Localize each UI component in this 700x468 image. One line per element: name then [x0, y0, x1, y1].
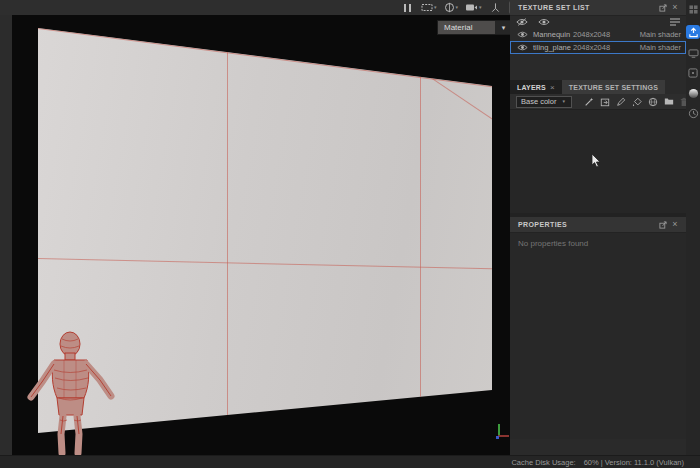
- texture-set-list-toolbar: [510, 16, 686, 28]
- layers-toolbar: Base color ▾: [510, 94, 686, 109]
- tab-layers[interactable]: LAYERS ×: [510, 80, 562, 94]
- properties-title: PROPERTIES: [518, 221, 657, 228]
- add-folder-icon[interactable]: [664, 97, 674, 106]
- status-bar: Cache Disk Usage: 60% | Version: 11.1.0 …: [0, 455, 700, 468]
- add-effect-wand-icon[interactable]: [584, 97, 594, 107]
- shader-ball-icon[interactable]: [687, 87, 699, 99]
- x-axis-line: [498, 435, 509, 437]
- add-fill-layer-icon[interactable]: [600, 97, 610, 107]
- show-all-eye-icon[interactable]: [538, 18, 550, 26]
- tab-texture-set-settings[interactable]: TEXTURE SET SETTINGS: [562, 80, 665, 94]
- texture-set-row-tiling-plane[interactable]: tiling_plane 2048x2048 Main shader: [510, 41, 686, 54]
- chevron-down-icon: ▾: [479, 5, 482, 10]
- grid-icon[interactable]: [687, 3, 699, 15]
- texture-set-shader: Main shader: [625, 43, 681, 52]
- undock-panel-icon[interactable]: [657, 2, 669, 14]
- display-settings-icon[interactable]: [687, 47, 699, 59]
- close-panel-icon[interactable]: ×: [669, 219, 681, 231]
- channel-dropdown[interactable]: Base color ▾: [516, 96, 572, 108]
- texture-set-list-header: TEXTURE SET LIST ×: [510, 0, 686, 16]
- projection-camera-icon[interactable]: ▾: [465, 1, 482, 14]
- right-panel: TEXTURE SET LIST × Mannequin 2048x2048: [510, 0, 686, 455]
- add-paint-layer-icon[interactable]: [616, 97, 626, 107]
- texture-set-resolution: 2048x2048: [573, 30, 625, 39]
- cache-disk-usage-label: Cache Disk Usage:: [511, 458, 575, 467]
- z-axis-dot: [496, 436, 499, 439]
- mannequin-mesh: [24, 330, 116, 455]
- texture-set-name: Mannequin: [533, 30, 573, 39]
- material-view-dropdown[interactable]: Material ▾: [437, 20, 510, 35]
- 3d-viewport[interactable]: Material ▾: [12, 15, 510, 455]
- symmetry-icon[interactable]: ▾: [444, 1, 459, 14]
- pause-icon[interactable]: [401, 1, 414, 14]
- stencil-icon[interactable]: ▾: [421, 1, 437, 14]
- chevron-down-icon: ▾: [562, 99, 565, 104]
- list-options-icon[interactable]: [670, 18, 680, 26]
- smart-material-icon[interactable]: [648, 97, 658, 107]
- chevron-down-icon[interactable]: ▾: [495, 21, 510, 34]
- right-dock-strip: [686, 0, 700, 455]
- texture-set-row-mannequin[interactable]: Mannequin 2048x2048 Main shader: [510, 28, 686, 41]
- close-tab-icon[interactable]: ×: [550, 83, 555, 92]
- channel-dropdown-value: Base color: [521, 97, 556, 106]
- bucket-fill-icon[interactable]: [632, 97, 642, 107]
- history-clock-icon[interactable]: [687, 107, 699, 119]
- visibility-eye-icon[interactable]: [517, 44, 533, 51]
- chevron-down-icon: ▾: [456, 5, 459, 10]
- version-info: 60% | Version: 11.1.0 (Vulkan): [584, 458, 684, 467]
- layers-tab-bar: LAYERS × TEXTURE SET SETTINGS: [510, 80, 686, 94]
- texture-set-list-title: TEXTURE SET LIST: [518, 4, 657, 11]
- texture-set-name: tiling_plane: [533, 43, 573, 52]
- texture-set-resolution: 2048x2048: [573, 43, 625, 52]
- application-window: ▾ ▾ ▾: [0, 0, 700, 468]
- layers-list-empty-area[interactable]: [510, 109, 686, 213]
- axis-gizmo: [494, 424, 510, 440]
- export-icon[interactable]: [686, 25, 700, 39]
- manipulator-gizmo-icon[interactable]: [489, 1, 502, 14]
- properties-header: PROPERTIES ×: [510, 217, 686, 233]
- hide-all-eye-icon[interactable]: [516, 18, 528, 26]
- undock-panel-icon[interactable]: [657, 219, 669, 231]
- properties-body: No properties found: [510, 233, 686, 439]
- visibility-eye-icon[interactable]: [517, 31, 533, 38]
- properties-empty-message: No properties found: [518, 239, 588, 248]
- texture-set-shader: Main shader: [625, 30, 681, 39]
- frame-panel-icon[interactable]: [687, 67, 699, 79]
- close-panel-icon[interactable]: ×: [669, 2, 681, 14]
- material-view-label: Material: [438, 21, 495, 34]
- chevron-down-icon: ▾: [434, 5, 437, 10]
